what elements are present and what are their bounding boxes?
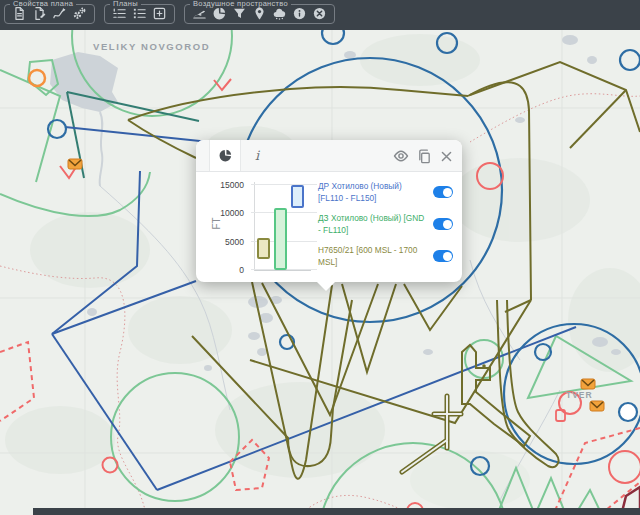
- plans-list-numbered-button[interactable]: [110, 5, 129, 22]
- legend-toggle[interactable]: [433, 250, 453, 262]
- legend-label: H7650/21 [600 MSL - 1700 MSL]: [318, 244, 428, 269]
- city-label-veliky-novgorod: VELIKY NOVGOROD: [93, 41, 210, 52]
- top-toolbar: Свойства плана: [0, 0, 640, 30]
- add-plan-icon: [152, 6, 167, 21]
- info-circle-icon: [292, 6, 307, 21]
- close-button[interactable]: [440, 150, 453, 163]
- app-window: VELIKY NOVGOROD TVER Свойства плана: [0, 0, 640, 515]
- plan-add-button[interactable]: [150, 5, 169, 22]
- plane-takeoff-icon: [192, 6, 207, 21]
- pie-chart-icon: [218, 148, 233, 163]
- airspace-close-button[interactable]: [310, 5, 329, 22]
- close-circle-icon: [312, 6, 327, 21]
- plan-file-edit-button[interactable]: [30, 5, 49, 22]
- airspace-info-button[interactable]: [290, 5, 309, 22]
- weather-cloud-icon: [272, 6, 287, 21]
- gears-icon: [72, 6, 87, 21]
- chart-bar: [291, 185, 304, 208]
- bottom-bar: [33, 508, 640, 515]
- visibility-button[interactable]: [393, 148, 409, 164]
- chart-bar: [274, 208, 287, 270]
- copy-icon: [417, 149, 432, 164]
- legend-row: H7650/21 [600 MSL - 1700 MSL]: [318, 244, 456, 269]
- info-icon: i: [255, 148, 259, 163]
- plan-settings-button[interactable]: [70, 5, 89, 22]
- tab-info[interactable]: i: [241, 140, 273, 171]
- airspace-plane-button[interactable]: [190, 5, 209, 22]
- popup-header: i: [196, 140, 462, 172]
- toolbar-group-airspace: Воздушное пространство: [184, 1, 335, 24]
- eye-icon: [393, 148, 409, 164]
- aerodrome-icon[interactable]: [581, 379, 595, 389]
- y-tick-label: 5000: [225, 237, 244, 247]
- popup-pointer: [316, 281, 336, 291]
- popup-actions: [393, 140, 453, 172]
- list-icon: [132, 6, 147, 21]
- airspace-chart-button[interactable]: [210, 5, 229, 22]
- airspace-filter-button[interactable]: [230, 5, 249, 22]
- toolbar-group-plans: Планы: [104, 1, 175, 24]
- chart-bar: [257, 238, 270, 258]
- aerodrome-icon[interactable]: [68, 159, 82, 169]
- airspace-weather-button[interactable]: [270, 5, 289, 22]
- plan-file-button[interactable]: [10, 5, 29, 22]
- file-edit-icon: [32, 6, 47, 21]
- close-icon: [440, 150, 453, 163]
- y-axis-ticks: 050001000015000: [196, 182, 248, 270]
- legend-label: ДЗ Хотилово (Новый) [GND - FL110]: [318, 212, 428, 237]
- legend-label: ДР Хотилово (Новый) [FL110 - FL150]: [318, 180, 428, 205]
- plans-list-button[interactable]: [130, 5, 149, 22]
- tab-chart[interactable]: [209, 140, 241, 171]
- route-pen-icon: [52, 6, 67, 21]
- legend-toggle[interactable]: [433, 218, 453, 230]
- y-tick-label: 0: [239, 265, 244, 275]
- legend-row: ДЗ Хотилово (Новый) [GND - FL110]: [318, 212, 456, 237]
- copy-button[interactable]: [417, 149, 432, 164]
- aerodrome-icon[interactable]: [590, 401, 604, 411]
- altitude-chart: [254, 182, 311, 271]
- airspace-point-button[interactable]: [250, 5, 269, 22]
- pie-chart-icon: [212, 6, 227, 21]
- toolbar-group-plan-properties: Свойства плана: [4, 1, 95, 24]
- legend-row: ДР Хотилово (Новый) [FL110 - FL150]: [318, 180, 456, 205]
- file-icon: [12, 6, 27, 21]
- olive-point: [482, 364, 486, 368]
- plan-route-button[interactable]: [50, 5, 69, 22]
- airspace-popup: i: [196, 140, 462, 282]
- list-numbered-icon: [112, 6, 127, 21]
- airspace-legend: ДР Хотилово (Новый) [FL110 - FL150] ДЗ Х…: [318, 180, 456, 269]
- city-label-tver: TVER: [566, 390, 593, 400]
- y-tick-label: 10000: [220, 208, 244, 218]
- map-pin-icon: [252, 6, 267, 21]
- y-tick-label: 15000: [220, 180, 244, 190]
- legend-toggle[interactable]: [433, 186, 453, 198]
- filter-icon: [232, 6, 247, 21]
